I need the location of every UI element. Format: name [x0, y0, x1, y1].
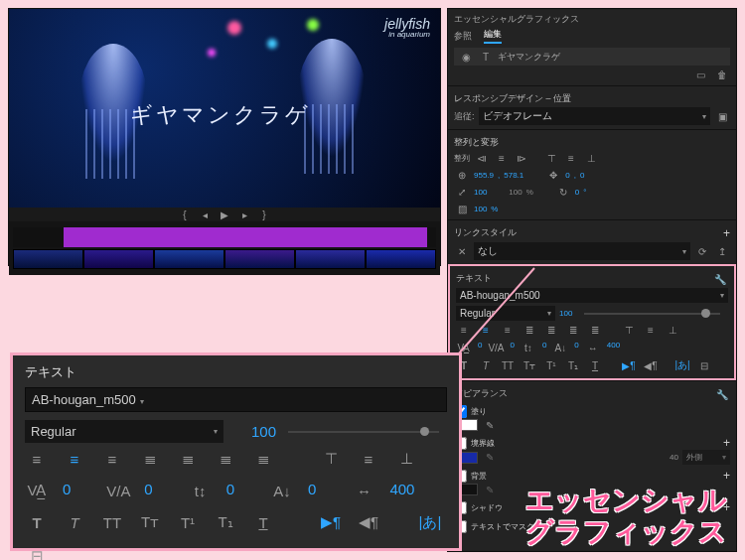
z-align-left-icon[interactable]: ≡ [25, 449, 49, 469]
font-size-slider[interactable] [584, 313, 720, 315]
zoom-style-dropdown[interactable]: Regular [25, 420, 224, 443]
z-width-val[interactable]: 400 [389, 481, 414, 500]
play-icon[interactable]: ▶ [217, 208, 232, 221]
align-right-icon[interactable]: ⧐ [514, 151, 529, 165]
push-icon[interactable]: ↥ [714, 244, 730, 258]
mark-in-icon[interactable]: { [177, 208, 193, 221]
zoom-font-slider[interactable] [288, 431, 439, 433]
align-center-text-icon[interactable]: ≡ [478, 323, 494, 337]
z-align-center-icon[interactable]: ≡ [63, 449, 86, 469]
align-vcenter-icon[interactable]: ≡ [563, 151, 579, 165]
width-value[interactable]: 400 [607, 341, 620, 354]
leading-value[interactable]: 0 [542, 341, 546, 354]
align-top-icon[interactable]: ⊤ [543, 151, 559, 165]
video-track[interactable] [13, 227, 436, 247]
superscript-icon[interactable]: T¹ [543, 358, 559, 372]
align-left-text-icon[interactable]: ≡ [456, 323, 472, 337]
z-ltr-icon[interactable]: ▶¶ [319, 512, 343, 532]
rtl-icon[interactable]: ◀¶ [643, 358, 659, 372]
tracking-value[interactable]: 0 [510, 341, 514, 354]
z-underline-icon[interactable]: T [251, 512, 275, 532]
allcaps-icon[interactable]: TT [500, 358, 516, 372]
z-rtl-icon[interactable]: ◀¶ [357, 512, 380, 532]
eye-icon[interactable]: ◉ [458, 50, 474, 64]
tcy-icon[interactable]: ⊟ [696, 358, 712, 372]
text-wrench-icon[interactable]: 🔧 [712, 272, 728, 286]
valign-bot-icon[interactable]: ⊥ [665, 323, 680, 337]
tategaki-icon[interactable]: |あ| [674, 358, 690, 372]
align-bottom-icon[interactable]: ⊥ [583, 151, 599, 165]
z-bold-icon[interactable]: T [25, 512, 49, 532]
smallcaps-icon[interactable]: Tᴛ [522, 358, 537, 372]
font-dropdown[interactable]: AB-hougan_m500 [456, 288, 728, 303]
z-smallcaps-icon[interactable]: Tᴛ [138, 512, 162, 532]
timeline[interactable] [9, 221, 440, 275]
tab-browse[interactable]: 参照 [454, 30, 472, 43]
justify-full-icon[interactable]: ≣ [587, 323, 603, 337]
faux-italic-icon[interactable]: T [478, 358, 494, 372]
kerning-value[interactable]: 0 [478, 341, 482, 354]
z-tsume-val[interactable]: 0 [308, 481, 316, 500]
z-leading-val[interactable]: 0 [226, 481, 234, 500]
new-layer-icon[interactable]: ▭ [692, 68, 708, 81]
scale-pct[interactable]: 100 [509, 188, 522, 197]
pos-y[interactable]: 578.1 [504, 171, 523, 180]
tsume-value[interactable]: 0 [574, 341, 578, 354]
align-hcenter-icon[interactable]: ≡ [494, 151, 510, 165]
justify-left-icon[interactable]: ≣ [522, 323, 537, 337]
z-sub-icon[interactable]: T₁ [214, 512, 237, 532]
stroke-width[interactable]: 40 [670, 453, 678, 462]
z-justify-r-icon[interactable]: ≣ [214, 449, 237, 469]
font-style-dropdown[interactable]: Regular [456, 306, 555, 321]
sync-icon[interactable]: ⟳ [694, 244, 710, 258]
z-justify-f-icon[interactable]: ≣ [251, 449, 275, 469]
pin-target-icon[interactable]: ▣ [714, 109, 730, 123]
valign-mid-icon[interactable]: ≡ [643, 323, 659, 337]
bg-add-icon[interactable]: + [723, 469, 730, 483]
zoom-font-size[interactable]: 100 [251, 423, 276, 440]
z-vtop-icon[interactable]: ⊤ [319, 449, 343, 469]
pin-dropdown[interactable]: ビデオフレーム [479, 107, 710, 125]
rotation-value[interactable]: 0 [575, 188, 579, 197]
align-left-icon[interactable]: ⧏ [474, 151, 490, 165]
z-align-right-icon[interactable]: ≡ [100, 449, 124, 469]
stroke-add-icon[interactable]: + [723, 436, 730, 450]
valign-top-icon[interactable]: ⊤ [621, 323, 637, 337]
stroke-type-dropdown[interactable]: 外側 [682, 450, 730, 465]
z-kerning-val[interactable]: 0 [63, 481, 71, 500]
underline-icon[interactable]: T [587, 358, 603, 372]
delete-layer-icon[interactable]: 🗑 [714, 68, 730, 81]
opacity-value[interactable]: 100 [474, 205, 487, 213]
z-vbot-icon[interactable]: ⊥ [394, 449, 418, 469]
stroke-eyedropper-icon[interactable]: ✎ [482, 451, 498, 465]
z-justify-c-icon[interactable]: ≣ [176, 449, 200, 469]
z-vmid-icon[interactable]: ≡ [357, 449, 380, 469]
z-tategaki-icon[interactable]: |あ| [418, 512, 442, 532]
z-tracking-val[interactable]: 0 [144, 481, 152, 500]
zoom-font-dropdown[interactable]: AB-hougan_m500 [25, 387, 447, 412]
anchor-y[interactable]: 0 [580, 171, 584, 180]
video-track-thumbs[interactable] [13, 249, 436, 269]
font-size[interactable]: 100 [559, 309, 572, 318]
scale-value[interactable]: 100 [474, 188, 487, 197]
z-sup-icon[interactable]: T¹ [176, 512, 200, 532]
appearance-wrench-icon[interactable]: 🔧 [714, 387, 730, 401]
pos-x[interactable]: 955.9 [474, 171, 494, 180]
linkstyle-dropdown[interactable]: なし [474, 242, 690, 260]
overlay-title-text[interactable]: ギヤマンクラゲ [130, 100, 311, 130]
justify-center-icon[interactable]: ≣ [543, 323, 559, 337]
z-italic-icon[interactable]: T [63, 512, 86, 532]
tab-edit[interactable]: 編集 [484, 28, 502, 44]
ltr-icon[interactable]: ▶¶ [621, 358, 637, 372]
subscript-icon[interactable]: T₁ [565, 358, 581, 372]
z-tcy-icon[interactable]: ⊟ [25, 546, 49, 560]
fill-eyedropper-icon[interactable]: ✎ [482, 418, 498, 432]
z-justify-l-icon[interactable]: ≣ [138, 449, 162, 469]
step-fwd-icon[interactable]: ▸ [236, 208, 252, 221]
align-right-text-icon[interactable]: ≡ [500, 323, 516, 337]
justify-right-icon[interactable]: ≣ [565, 323, 581, 337]
z-allcaps-icon[interactable]: TT [100, 512, 124, 532]
linkstyle-add-icon[interactable]: + [723, 226, 730, 240]
mark-out-icon[interactable]: } [256, 208, 272, 221]
bg-eyedropper-icon[interactable]: ✎ [482, 483, 498, 496]
